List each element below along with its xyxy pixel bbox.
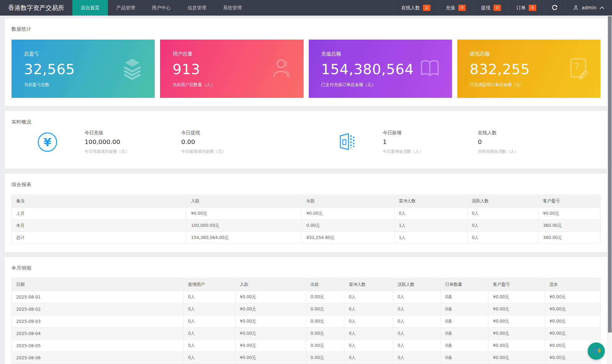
user-menu[interactable]: admin [565, 0, 612, 16]
yuan-symbol: ¥ [43, 136, 51, 149]
table-cell: ¥0.00元 [538, 208, 600, 220]
table-cell: ¥0.00元 [545, 291, 600, 303]
column-header: 首冲人数 [394, 195, 467, 208]
recharge-count-button[interactable]: 充值 0 [438, 0, 473, 16]
stat-caption: 今日新增会员数（人） [383, 149, 478, 154]
column-header: 订单数量 [441, 278, 488, 291]
user-name: admin [582, 5, 596, 11]
table-row: 2025-08-030人¥0.00元0.00元0人0人0条¥0.00元¥0.00… [12, 315, 600, 328]
table-cell: ¥0.00元 [545, 303, 600, 315]
table-cell: 0.00元 [306, 328, 344, 340]
table-cell: ¥0.00元 [187, 208, 302, 220]
table-row: 2025-08-020人¥0.00元0.00元0人0人0条¥0.00元¥0.00… [12, 303, 600, 315]
table-cell: 1人 [394, 232, 467, 244]
card-caption: 当前用户总数量（人） [172, 82, 291, 88]
column-header: 入款 [187, 195, 302, 208]
stat-caption: 当前在线会员数（人） [478, 149, 518, 154]
table-cell: ¥0.00元 [236, 352, 306, 364]
table-cell: 0人 [184, 352, 236, 364]
today-withdraw-stat: 今日提现 0.00 今日提现成功金额（元） [181, 130, 337, 154]
table-cell: ¥0.00元 [488, 328, 545, 340]
stat-cards-row: 总盈亏 32,565 当前盈亏总数 用户总量 913 当前用户总数量（人） [12, 40, 600, 98]
recharge-count-label: 充值 [446, 5, 455, 11]
realtime-row: ¥ 今日充值 100,000.00 今日充值成功金额（元） 今日提现 0.00 … [12, 130, 600, 160]
stat-value: 100,000.00 [85, 138, 181, 146]
order-count-label: 订单 [516, 5, 526, 11]
user-icon [573, 5, 579, 11]
vertical-scrollbar-thumb[interactable] [608, 16, 612, 333]
table-cell: 0人 [467, 208, 538, 220]
yuan-icon: ¥ [38, 132, 57, 152]
speaker-icon [591, 346, 601, 357]
table-cell: 832,254.80元 [302, 232, 394, 244]
table-cell: ¥0.00元 [545, 315, 600, 328]
table-cell: 0人 [393, 303, 441, 315]
vertical-scrollbar-track[interactable] [608, 16, 612, 364]
main-content: 数据统计 总盈亏 32,565 当前盈亏总数 用户总量 913 [0, 16, 612, 364]
tab-dashboard[interactable]: 后台首页 [72, 0, 108, 16]
realtime-panel-title: 实时概况 [12, 119, 600, 125]
order-count-button[interactable]: 订单 0 [508, 0, 544, 16]
table-cell: 0人 [393, 291, 441, 303]
table-cell: 0人 [184, 315, 236, 328]
table-cell: ¥0.00元 [488, 340, 545, 352]
column-header: 流水 [545, 278, 600, 291]
table-cell: 0.00元 [306, 291, 344, 303]
table-cell: ¥0.00元 [236, 315, 306, 328]
report-panel-title: 综合报表 [12, 182, 600, 188]
table-cell: ¥0.00元 [488, 315, 545, 328]
tab-system[interactable]: 系统管理 [215, 0, 250, 16]
table-cell: ¥0.00元 [488, 352, 545, 364]
online-count-badge: 2 [423, 5, 430, 11]
table-cell: 0条 [441, 328, 488, 340]
person-icon [270, 57, 293, 81]
tab-products[interactable]: 产品管理 [108, 0, 143, 16]
table-cell: 0人 [344, 315, 393, 328]
stat-label: 今日提现 [181, 130, 337, 136]
table-row: 2025-08-040人¥0.00元0.00元0人0人0条¥0.00元¥0.00… [12, 328, 600, 340]
layers-icon [120, 56, 144, 81]
total-withdraw-card: 提现总额 832,255 已完成提现订单总金额（元） ? [457, 40, 600, 98]
table-cell: 0条 [441, 291, 488, 303]
table-cell: 360.00元 [538, 220, 600, 232]
withdraw-count-badge: 0 [493, 5, 501, 11]
column-header: 入款 [236, 278, 306, 291]
column-header: 出款 [306, 278, 344, 291]
table-cell: 0人 [393, 340, 441, 352]
table-cell: 100,000.00元 [187, 220, 302, 232]
table-cell: 0.00元 [306, 303, 344, 315]
table-cell: 0人 [344, 303, 393, 315]
table-header-row: 备注入款出款首冲人数活跃人数客户盈亏 [12, 195, 600, 208]
navbar-right: 在线人数 2 充值 0 提现 0 订单 0 [393, 0, 612, 16]
table-cell: 0人 [344, 340, 393, 352]
summary-report-table: 备注入款出款首冲人数活跃人数客户盈亏 上月¥0.00元¥0.00元0人0人¥0.… [12, 194, 600, 244]
table-cell: 154,380,564.00元 [187, 232, 302, 244]
stat-value: 0 [478, 138, 518, 146]
sound-fab-button[interactable] [588, 342, 605, 360]
online-count-button[interactable]: 在线人数 2 [393, 0, 438, 16]
table-cell: ¥0.00元 [236, 303, 306, 315]
table-cell: ¥0.00元 [488, 303, 545, 315]
tab-information[interactable]: 信息管理 [179, 0, 215, 16]
table-cell: ¥0.00元 [488, 291, 545, 303]
detail-panel-title: 本月明细 [12, 265, 600, 271]
building-icon [337, 132, 357, 153]
main-nav: 后台首页 产品管理 用户中心 信息管理 系统管理 [72, 0, 250, 16]
card-caption: 当前盈亏总数 [24, 82, 142, 88]
stat-label: 今日充值 [85, 130, 181, 136]
stats-panel-title: 数据统计 [12, 26, 600, 32]
table-cell: 0人 [184, 340, 236, 352]
table-cell: 0条 [441, 340, 488, 352]
withdraw-count-button[interactable]: 提现 0 [473, 0, 508, 16]
total-profit-card: 总盈亏 32,565 当前盈亏总数 [12, 40, 155, 98]
tab-user-center[interactable]: 用户中心 [143, 0, 179, 16]
today-recharge-stat: 今日充值 100,000.00 今日充值成功金额（元） [85, 130, 181, 154]
table-cell: 0人 [467, 232, 538, 244]
refresh-button[interactable] [544, 0, 565, 16]
table-cell: 本月 [12, 220, 187, 232]
table-cell: 总计 [12, 232, 187, 244]
table-cell: 0人 [344, 291, 393, 303]
stats-panel: 数据统计 总盈亏 32,565 当前盈亏总数 用户总量 913 [5, 18, 607, 106]
detail-panel: 本月明细 日期新增用户入款出款首冲人数活跃人数订单数量客户盈亏流水 2025-0… [5, 257, 607, 364]
table-cell: 0人 [184, 328, 236, 340]
